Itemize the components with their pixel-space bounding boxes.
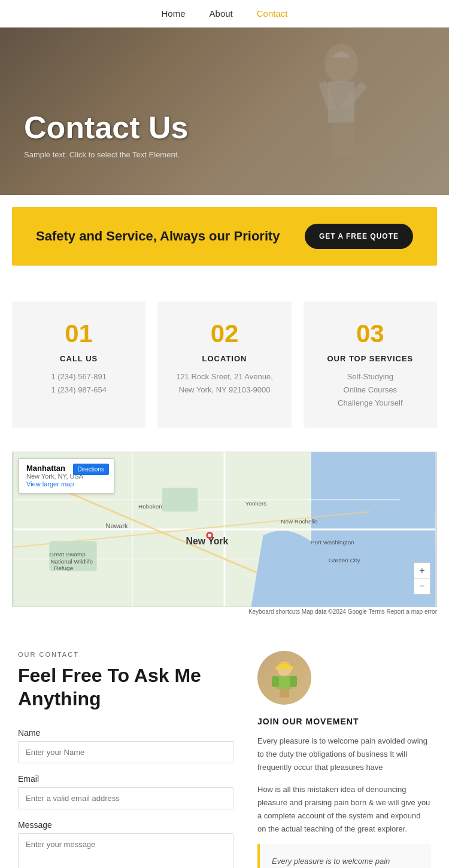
card-label-1: CALL US	[24, 354, 134, 363]
svg-rect-17	[162, 488, 198, 512]
contact-title: Feel Free To Ask Me Anything	[18, 664, 233, 710]
email-input[interactable]	[18, 787, 233, 809]
message-label: Message	[18, 820, 233, 830]
name-field-group: Name	[18, 728, 233, 763]
name-input[interactable]	[18, 741, 233, 763]
worker-avatar-image	[263, 657, 305, 699]
message-textarea[interactable]	[18, 833, 233, 868]
svg-text:Great Swamp: Great Swamp	[49, 551, 86, 558]
join-text-1: Every pleasure is to welcome pain avoide…	[257, 735, 431, 774]
directions-button[interactable]: Directions	[73, 464, 109, 475]
svg-text:New Rochelle: New Rochelle	[281, 518, 318, 525]
view-larger-map-link[interactable]: View larger map	[26, 480, 74, 488]
contact-form-area: OUR CONTACT Feel Free To Ask Me Anything…	[18, 651, 233, 868]
card-label-2: LOCATION	[169, 354, 279, 363]
join-text-2: How is all this mistaken idea of denounc…	[257, 783, 431, 836]
map-container[interactable]: New York Newark Hoboken Yonkers New Roch…	[12, 452, 437, 607]
banner-section: Safety and Service, Always our Priority …	[12, 207, 437, 266]
email-label: Email	[18, 774, 233, 784]
contact-info-area: JOIN OUR MOVEMENT Every pleasure is to w…	[257, 651, 431, 868]
svg-text:Garden City: Garden City	[329, 557, 360, 564]
svg-rect-34	[290, 676, 297, 687]
card-label-3: OUR TOP SERVICES	[315, 354, 425, 363]
svg-text:Yonkers: Yonkers	[245, 501, 266, 507]
card-number-1: 01	[24, 319, 134, 348]
free-quote-button[interactable]: GET A FREE QUOTE	[305, 224, 413, 249]
zoom-in-button[interactable]: +	[414, 563, 430, 578]
svg-rect-36	[284, 689, 289, 698]
svg-text:Refuge: Refuge	[54, 565, 73, 572]
svg-text:Hoboken: Hoboken	[138, 504, 162, 510]
card-detail-1: 1 (234) 567-891 1 (234) 987-654	[24, 370, 134, 397]
map-zoom-controls: + −	[414, 562, 430, 595]
hero-content: Contact Us Sample text. Click to select …	[24, 109, 188, 159]
contact-section: OUR CONTACT Feel Free To Ask Me Anything…	[0, 639, 449, 868]
worker-avatar	[257, 651, 311, 705]
quote-text: Every pleasure is to welcome pain avoide…	[272, 855, 419, 868]
info-card-services: 03 OUR TOP SERVICES Self-Studying Online…	[304, 301, 437, 428]
svg-rect-33	[272, 676, 279, 687]
navigation: Home About Contact	[0, 0, 449, 28]
info-card-location: 02 LOCATION 121 Rock Sreet, 21 Avenue, N…	[157, 301, 291, 428]
map-footer: Keyboard shortcuts Map data ©2024 Google…	[12, 608, 437, 615]
svg-rect-31	[275, 666, 293, 669]
hero-subtitle: Sample text. Click to select the Text El…	[24, 150, 188, 159]
contact-section-label: OUR CONTACT	[18, 651, 233, 658]
svg-text:Newark: Newark	[106, 522, 129, 529]
map-popup: Manhattan New York, NY, USA View larger …	[19, 458, 114, 494]
info-card-call: 01 CALL US 1 (234) 567-891 1 (234) 987-6…	[12, 301, 145, 428]
card-detail-3: Self-Studying Online Courses Challenge Y…	[315, 370, 425, 410]
message-field-group: Message	[18, 820, 233, 868]
join-title: JOIN OUR MOVEMENT	[257, 717, 431, 726]
card-number-3: 03	[315, 319, 425, 348]
nav-home[interactable]: Home	[162, 8, 186, 19]
info-cards-section: 01 CALL US 1 (234) 567-891 1 (234) 987-6…	[0, 278, 449, 452]
email-field-group: Email	[18, 774, 233, 809]
svg-text:Port Washington: Port Washington	[311, 539, 354, 546]
svg-rect-35	[280, 689, 284, 698]
svg-point-29	[208, 534, 211, 537]
hero-section: Contact Us Sample text. Click to select …	[0, 28, 449, 195]
svg-text:National Wildlife: National Wildlife	[50, 558, 93, 565]
quote-block: Every pleasure is to welcome pain avoide…	[257, 844, 431, 868]
card-number-2: 02	[169, 319, 279, 348]
nav-about[interactable]: About	[210, 8, 233, 19]
hero-title: Contact Us	[24, 109, 188, 145]
name-label: Name	[18, 728, 233, 738]
banner-text: Safety and Service, Always our Priority	[36, 229, 280, 244]
map-section: New York Newark Hoboken Yonkers New Roch…	[12, 452, 437, 615]
card-detail-2: 121 Rock Sreet, 21 Avenue, New York, NY …	[169, 370, 279, 397]
zoom-out-button[interactable]: −	[414, 578, 430, 594]
nav-contact[interactable]: Contact	[257, 8, 288, 19]
